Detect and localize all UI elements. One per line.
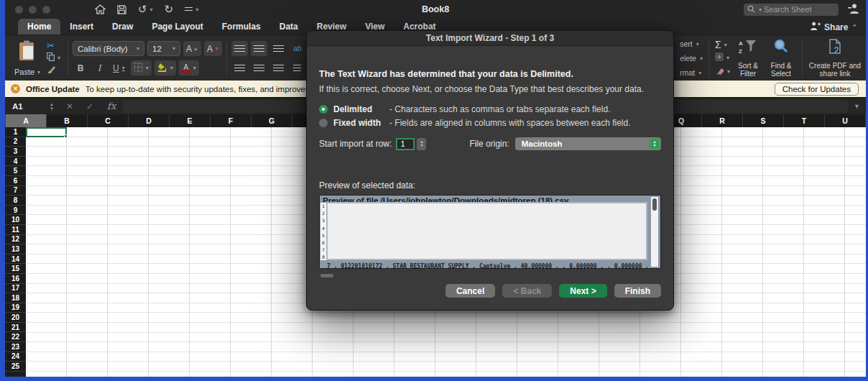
data-preview-box[interactable]: Preview of file /Users/johnlawton/Downlo… bbox=[319, 195, 661, 269]
column-header-f[interactable]: F bbox=[211, 114, 251, 127]
shrink-font-button[interactable]: A▼ bbox=[204, 41, 222, 56]
row-header-19[interactable]: 19 bbox=[5, 303, 26, 313]
active-cell-a1[interactable] bbox=[26, 127, 67, 137]
save-icon[interactable] bbox=[117, 5, 126, 14]
borders-button[interactable]: ▾ bbox=[131, 60, 152, 75]
font-size-select[interactable]: 12▾ bbox=[147, 41, 180, 56]
row-header-17[interactable]: 17 bbox=[5, 284, 26, 294]
find-select-button[interactable]: Find & Select bbox=[765, 38, 798, 78]
tab-formulas[interactable]: Formulas bbox=[213, 19, 270, 35]
row-header-25[interactable]: 25 bbox=[5, 362, 26, 372]
paste-button[interactable]: Paste▾ bbox=[11, 39, 44, 78]
fill-color-button[interactable]: ▾ bbox=[154, 60, 176, 75]
customize-toolbar-button[interactable]: ▾ bbox=[185, 6, 198, 13]
delimited-radio[interactable] bbox=[319, 105, 328, 114]
row-header-16[interactable]: 16 bbox=[5, 274, 26, 284]
row-header-22[interactable]: 22 bbox=[5, 332, 26, 342]
clipped-ribbon-label[interactable]: sert▾ bbox=[680, 40, 703, 48]
row-header-9[interactable]: 9 bbox=[5, 206, 26, 216]
align-center-button[interactable] bbox=[251, 60, 267, 75]
column-header-s[interactable]: S bbox=[743, 114, 784, 127]
align-bottom-button[interactable] bbox=[270, 41, 287, 56]
row-header-3[interactable]: 3 bbox=[5, 147, 26, 157]
preview-vertical-scrollbar[interactable] bbox=[651, 197, 658, 267]
clipped-ribbon-label[interactable]: rmat▾ bbox=[680, 68, 703, 77]
create-pdf-button[interactable]: Create PDF and share link bbox=[807, 38, 863, 78]
wrap-text-button[interactable]: ab bbox=[290, 41, 305, 56]
tab-data[interactable]: Data bbox=[270, 19, 308, 35]
sort-filter-button[interactable]: AZ Sort & Filter bbox=[731, 38, 765, 78]
font-color-button[interactable]: A▾ bbox=[179, 60, 199, 75]
row-header-5[interactable]: 5 bbox=[5, 166, 26, 176]
insert-function-icon[interactable]: fx bbox=[107, 101, 116, 111]
row-header-1[interactable]: 1 bbox=[5, 127, 26, 137]
zoom-window-icon[interactable] bbox=[42, 6, 50, 14]
row-header-21[interactable]: 21 bbox=[5, 323, 26, 333]
format-painter-button[interactable] bbox=[47, 64, 55, 77]
row-header-23[interactable]: 23 bbox=[5, 342, 26, 352]
home-icon[interactable] bbox=[95, 4, 106, 14]
indent-button[interactable] bbox=[290, 60, 305, 75]
autosum-button[interactable]: Σ▾ bbox=[715, 39, 730, 50]
row-header-8[interactable]: 8 bbox=[5, 196, 26, 206]
back-button[interactable]: < Back bbox=[502, 284, 552, 298]
italic-button[interactable]: I bbox=[91, 60, 107, 75]
grow-font-button[interactable]: A▲ bbox=[183, 41, 201, 56]
tab-home[interactable]: Home bbox=[18, 19, 60, 35]
traffic-lights[interactable] bbox=[15, 6, 50, 14]
row-header-20[interactable]: 20 bbox=[5, 313, 26, 323]
fixed-width-radio[interactable] bbox=[319, 119, 328, 127]
cancel-entry-icon[interactable]: ✕ bbox=[66, 101, 73, 111]
search-box[interactable]: ▾ bbox=[744, 4, 839, 16]
align-right-button[interactable] bbox=[270, 60, 287, 75]
row-header-12[interactable]: 12 bbox=[5, 235, 26, 245]
fill-button[interactable]: ▾ bbox=[715, 51, 730, 64]
row-header-6[interactable]: 6 bbox=[5, 176, 26, 186]
name-box-stepper[interactable]: ▲▼ bbox=[50, 102, 54, 111]
account-avatar[interactable] bbox=[847, 3, 859, 17]
clear-button[interactable]: ▾ bbox=[715, 65, 730, 78]
formula-bar-expand-icon[interactable]: ▼ bbox=[854, 103, 860, 110]
clipped-ribbon-label[interactable]: elete▾ bbox=[680, 54, 703, 63]
column-header-b[interactable]: B bbox=[47, 114, 88, 127]
row-header-2[interactable]: 2 bbox=[5, 137, 26, 147]
minimize-window-icon[interactable] bbox=[29, 6, 37, 14]
share-button[interactable]: Share bbox=[824, 22, 848, 32]
row-header-18[interactable]: 18 bbox=[5, 293, 26, 303]
dismiss-update-icon[interactable]: ✕ bbox=[11, 84, 20, 93]
copy-button[interactable]: ▾ bbox=[47, 51, 60, 64]
row-header-15[interactable]: 15 bbox=[5, 264, 26, 274]
underline-button[interactable]: U▾ bbox=[110, 60, 128, 75]
start-row-input[interactable] bbox=[396, 138, 415, 150]
row-header-13[interactable]: 13 bbox=[5, 244, 26, 254]
fixed-width-radio-row[interactable]: Fixed width - Fields are aligned in colu… bbox=[319, 118, 661, 128]
column-header-a[interactable]: A bbox=[6, 114, 47, 127]
confirm-entry-icon[interactable]: ✓ bbox=[86, 101, 93, 111]
undo-dropdown-icon[interactable]: ▾ bbox=[150, 6, 153, 13]
column-header-c[interactable]: C bbox=[88, 114, 129, 127]
preview-horizontal-scroll-thumb[interactable] bbox=[320, 274, 333, 277]
column-header-g[interactable]: G bbox=[251, 114, 292, 127]
row-header-11[interactable]: 11 bbox=[5, 225, 26, 235]
row-header-24[interactable]: 24 bbox=[5, 352, 26, 362]
column-header-t[interactable]: T bbox=[784, 114, 825, 127]
align-middle-button[interactable] bbox=[251, 41, 267, 56]
font-name-select[interactable]: Calibri (Body)▾ bbox=[73, 41, 144, 56]
row-header-4[interactable]: 4 bbox=[5, 157, 26, 167]
column-header-e[interactable]: E bbox=[170, 114, 211, 127]
align-left-button[interactable] bbox=[231, 60, 248, 75]
row-header-7[interactable]: 7 bbox=[5, 186, 26, 196]
preview-scroll-thumb[interactable] bbox=[652, 198, 657, 211]
redo-button[interactable]: ↻ bbox=[165, 3, 174, 16]
close-window-icon[interactable] bbox=[15, 6, 23, 14]
fill-handle[interactable] bbox=[64, 134, 68, 138]
align-top-button[interactable] bbox=[231, 41, 248, 56]
check-for-updates-button[interactable]: Check for Updates bbox=[775, 83, 859, 96]
collapse-ribbon-icon[interactable]: ⌃ bbox=[851, 24, 857, 31]
column-header-d[interactable]: D bbox=[129, 114, 170, 127]
select-all-corner[interactable] bbox=[5, 114, 6, 127]
finish-button[interactable]: Finish bbox=[614, 284, 661, 298]
row-header-14[interactable]: 14 bbox=[5, 254, 26, 265]
row-header-10[interactable]: 10 bbox=[5, 215, 26, 225]
cancel-button[interactable]: Cancel bbox=[445, 284, 495, 298]
